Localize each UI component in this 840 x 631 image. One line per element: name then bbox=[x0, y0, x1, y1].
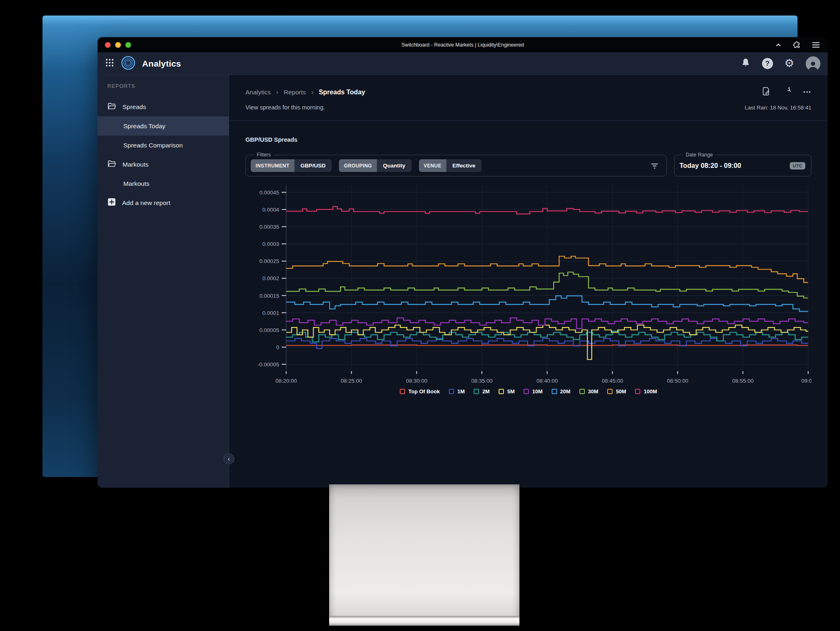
sidebar-item-add-report[interactable]: Add a new report bbox=[98, 193, 229, 212]
x-tick-label: 08:20:00 bbox=[276, 378, 297, 384]
legend-swatch bbox=[449, 389, 454, 394]
x-tick-label: 08:45:00 bbox=[602, 378, 623, 384]
report-subtitle: View spreads for this morning. bbox=[245, 104, 325, 111]
legend-label: 10M bbox=[532, 388, 542, 395]
main-content: Analytics › Reports › Spreads Today ••• … bbox=[229, 75, 828, 488]
chart-canvas[interactable]: -0.0000500.000050.00010.000150.00020.000… bbox=[245, 183, 811, 387]
filter-chip-value: Quantity bbox=[377, 159, 412, 172]
filter-chip-key: INSTRUMENT bbox=[251, 159, 294, 172]
titlebar: Switchboard - Reactive Markets | Liquidi… bbox=[98, 37, 828, 52]
legend-item-20m[interactable]: 20M bbox=[552, 388, 570, 395]
minimize-window-button[interactable] bbox=[115, 42, 121, 48]
sidebar-item-label: Spreads Today bbox=[123, 123, 165, 130]
x-tick-label: 08:40:00 bbox=[537, 378, 558, 384]
sidebar-item-label: Spreads bbox=[123, 103, 146, 111]
close-window-button[interactable] bbox=[105, 42, 111, 48]
filter-chip-grouping[interactable]: GROUPING Quantity bbox=[339, 159, 411, 172]
legend-label: 20M bbox=[560, 388, 570, 395]
legend-label: Top Of Book bbox=[408, 388, 440, 395]
legend-item-5m[interactable]: 5M bbox=[499, 388, 515, 395]
filter-chip-value: Effective bbox=[446, 159, 481, 172]
sidebar-item-label: Markouts bbox=[123, 180, 149, 187]
legend-swatch bbox=[499, 389, 504, 394]
sidebar-item-spreads[interactable]: Spreads bbox=[98, 97, 229, 116]
refresh-icon[interactable] bbox=[782, 87, 791, 97]
sidebar-item-label: Spreads Comparison bbox=[123, 142, 183, 149]
x-tick-label: 09:00 bbox=[801, 378, 811, 384]
app-grid-icon[interactable] bbox=[105, 58, 114, 69]
y-tick-label: 0 bbox=[276, 344, 279, 350]
y-tick-label: -0.00005 bbox=[258, 361, 279, 368]
date-range-value[interactable]: Today 08:20 - 09:00 bbox=[680, 162, 741, 169]
notifications-bell-icon[interactable] bbox=[741, 58, 751, 70]
legend-label: 2M bbox=[482, 388, 490, 395]
breadcrumb-analytics[interactable]: Analytics bbox=[245, 89, 271, 96]
y-tick-label: 0.00025 bbox=[259, 258, 279, 264]
puzzle-extension-icon[interactable] bbox=[793, 41, 801, 49]
legend-swatch bbox=[524, 389, 529, 394]
legend-swatch bbox=[552, 389, 557, 394]
filter-funnel-icon[interactable] bbox=[650, 162, 661, 169]
legend-swatch bbox=[607, 389, 613, 394]
x-tick-label: 08:50:00 bbox=[667, 378, 688, 384]
legend-item-10m[interactable]: 10M bbox=[524, 388, 542, 395]
app-logo-icon[interactable] bbox=[121, 56, 136, 72]
help-icon[interactable]: ? bbox=[762, 58, 773, 69]
chart-title: GBP/USD Spreads bbox=[245, 136, 811, 143]
breadcrumb-current-page: Spreads Today bbox=[319, 89, 365, 96]
x-tick-label: 08:35:00 bbox=[471, 378, 492, 384]
x-tick-label: 08:30:00 bbox=[406, 378, 427, 384]
x-tick-label: 08:55:00 bbox=[732, 378, 753, 384]
sidebar-item-markouts[interactable]: Markouts bbox=[98, 174, 229, 193]
legend-item-100m[interactable]: 100M bbox=[635, 388, 657, 395]
folder-open-icon bbox=[107, 160, 116, 169]
more-options-icon[interactable]: ••• bbox=[803, 89, 811, 95]
chart-legend: Top Of Book1M2M5M10M20M30M50M100M bbox=[245, 388, 811, 395]
sidebar-item-label: Markouts bbox=[123, 161, 149, 168]
chevron-up-icon[interactable] bbox=[775, 41, 782, 49]
monitor-stand-base bbox=[329, 616, 519, 626]
chevron-right-icon: › bbox=[276, 88, 279, 96]
edit-report-icon[interactable] bbox=[762, 87, 770, 98]
spreads-chart[interactable]: -0.0000500.000050.00010.000150.00020.000… bbox=[245, 183, 811, 387]
hamburger-menu-icon[interactable] bbox=[811, 41, 820, 49]
legend-item-top-of-book[interactable]: Top Of Book bbox=[400, 388, 440, 395]
monitor-screen-wallpaper: Switchboard - Reactive Markets | Liquidi… bbox=[42, 16, 798, 477]
y-tick-label: 0.0004 bbox=[263, 207, 280, 213]
y-tick-label: 0.00015 bbox=[259, 293, 279, 299]
appbar: Analytics ? ⚙ bbox=[98, 52, 828, 75]
sidebar-item-spreads-today[interactable]: Spreads Today bbox=[98, 116, 229, 136]
sidebar-item-markouts-folder[interactable]: Markouts bbox=[98, 155, 229, 174]
y-tick-label: 0.0001 bbox=[263, 310, 279, 316]
legend-swatch bbox=[400, 389, 405, 394]
legend-swatch bbox=[474, 389, 479, 394]
settings-gear-icon[interactable]: ⚙ bbox=[784, 58, 794, 69]
app-window: Switchboard - Reactive Markets | Liquidi… bbox=[98, 37, 828, 488]
filters-label: Filters bbox=[254, 152, 274, 158]
filter-chip-instrument[interactable]: INSTRUMENT GBP/USD bbox=[251, 159, 332, 172]
window-title: Switchboard - Reactive Markets | Liquidi… bbox=[98, 42, 828, 48]
legend-label: 5M bbox=[507, 388, 515, 395]
legend-item-2m[interactable]: 2M bbox=[474, 388, 490, 395]
legend-item-50m[interactable]: 50M bbox=[607, 388, 626, 395]
sidebar-collapse-button[interactable]: ‹ bbox=[223, 453, 234, 464]
sidebar: REPORTS Spreads Spreads Today Spreads Co… bbox=[98, 75, 229, 488]
filters-fieldset: Filters INSTRUMENT GBP/USD GROUPING Quan… bbox=[245, 152, 667, 176]
legend-item-30m[interactable]: 30M bbox=[579, 388, 598, 395]
filter-chip-value: GBP/USD bbox=[294, 159, 332, 172]
legend-label: 30M bbox=[588, 388, 598, 395]
x-tick-label: 08:25:00 bbox=[341, 378, 362, 384]
y-tick-label: 0.00045 bbox=[259, 190, 279, 196]
filter-chip-venue[interactable]: VENUE Effective bbox=[419, 159, 482, 172]
series-line-top-of-book bbox=[286, 345, 808, 346]
date-range-fieldset[interactable]: Date Range Today 08:20 - 09:00 UTC bbox=[674, 152, 811, 176]
sidebar-item-spreads-comparison[interactable]: Spreads Comparison bbox=[98, 136, 229, 155]
user-avatar[interactable] bbox=[806, 56, 820, 71]
sidebar-item-label: Add a new report bbox=[122, 199, 170, 207]
zoom-window-button[interactable] bbox=[125, 42, 131, 48]
y-tick-label: 0.0003 bbox=[263, 241, 279, 247]
monitor-stand bbox=[329, 484, 519, 626]
plus-square-icon bbox=[107, 198, 116, 208]
breadcrumb-reports[interactable]: Reports bbox=[284, 89, 306, 96]
legend-item-1m[interactable]: 1M bbox=[449, 388, 465, 395]
